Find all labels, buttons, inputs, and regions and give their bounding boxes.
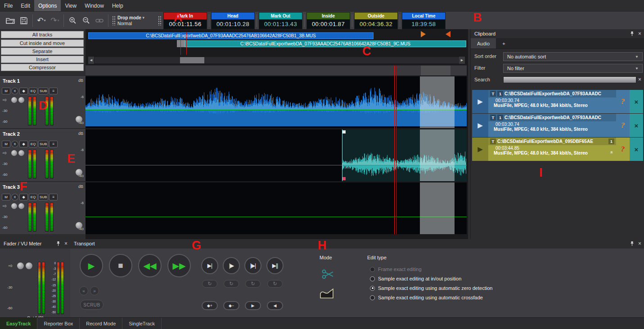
track-menu-button[interactable]: ≡	[49, 141, 58, 147]
sort-order-dropdown[interactable]: No automatic sort▼	[503, 52, 643, 61]
scrub-button[interactable]: SCRUB	[80, 300, 104, 310]
master-knob[interactable]	[17, 262, 24, 269]
track-menu-button[interactable]: ≡	[49, 88, 58, 94]
clip-remove-button[interactable]: ×	[630, 114, 643, 137]
stop-button[interactable]: ■	[109, 254, 132, 277]
clip-help-button[interactable]: ?	[616, 114, 630, 137]
timeline-ruler[interactable]	[86, 65, 467, 76]
clip-help-button[interactable]: ?	[616, 138, 630, 161]
scroll-left-button[interactable]: ◀	[88, 57, 94, 64]
view-window-indicator[interactable]	[177, 40, 185, 47]
clipboard-item-1[interactable]: ▶ T 1 C:\BCSData\FullExport\webDA_07F93A…	[472, 90, 643, 113]
track1-lane[interactable]	[86, 76, 467, 128]
play-to-cursor-button[interactable]: ▶|	[201, 257, 218, 274]
solo-button[interactable]: X	[11, 88, 18, 94]
play-clip-button[interactable]: ▶	[472, 90, 488, 113]
skip-forward-button[interactable]: »	[90, 286, 99, 295]
pan-knob[interactable]	[18, 97, 24, 103]
loop-button[interactable]: ↻	[202, 280, 217, 288]
clip-remove-button[interactable]: ×	[630, 90, 643, 113]
close-icon[interactable]: ×	[64, 241, 68, 246]
output-knob[interactable]	[76, 169, 82, 176]
play-selection-button[interactable]: ▶||	[266, 257, 284, 274]
menu-view[interactable]: View	[61, 0, 81, 11]
gain-knob[interactable]	[11, 97, 17, 103]
fade-mode-button[interactable]	[320, 287, 334, 299]
clip-handle-bottom[interactable]	[342, 177, 346, 180]
solo-button[interactable]: X	[11, 141, 18, 147]
pan-button[interactable]: ◆	[19, 141, 28, 147]
selection-region[interactable]	[420, 129, 455, 181]
tab-record-mode[interactable]: Record Mode	[80, 318, 122, 329]
play-around-cursor-button[interactable]: |▶|	[244, 257, 261, 274]
clip-help-button[interactable]: ?	[616, 90, 630, 113]
playhead-cursor[interactable]	[394, 66, 396, 234]
tab-audio[interactable]: Audio	[471, 38, 496, 49]
mark-in-marker-icon[interactable]	[421, 31, 426, 37]
tab-singletrack[interactable]: SingleTrack	[122, 318, 162, 329]
redo-button[interactable]: ↷▾	[48, 14, 62, 27]
sub-button[interactable]: SUB	[38, 88, 48, 94]
track-menu-button[interactable]: ≡	[49, 194, 58, 200]
output-knob[interactable]	[76, 116, 82, 123]
loop-button[interactable]: ↻	[245, 280, 261, 288]
prev-marker-button[interactable]: ◀	[267, 301, 283, 310]
insert-button[interactable]: Insert	[1, 56, 84, 63]
play-clip-button[interactable]: ▶	[472, 114, 488, 137]
loop-button[interactable]: ↻	[224, 280, 239, 288]
clip-item-body[interactable]: T C:\BCSData\FullExport\webDA_095DBF65AE…	[488, 138, 616, 161]
radio-sample-exact-inout[interactable]: Sample exact editing at in/out position	[370, 276, 461, 281]
all-tracks-button[interactable]: All tracks	[1, 31, 84, 38]
pin-icon[interactable]	[630, 31, 635, 36]
play-from-cursor-button[interactable]: |▶	[223, 257, 240, 274]
pin-icon[interactable]	[56, 241, 61, 246]
mute-button[interactable]: M	[2, 141, 10, 147]
solo-button[interactable]: X	[11, 194, 18, 200]
selection-region[interactable]	[420, 76, 455, 128]
search-input[interactable]	[503, 76, 636, 83]
separate-button[interactable]: Separate	[1, 48, 84, 55]
menu-file[interactable]: File	[0, 0, 17, 11]
play-button[interactable]: ▶	[80, 254, 103, 277]
clipboard-item-3[interactable]: ▶ T C:\BCSData\FullExport\webDA_095DBF65…	[472, 138, 643, 161]
output-knob[interactable]	[76, 222, 82, 229]
cut-inside-and-move-button[interactable]: Cut inside and move	[1, 40, 84, 47]
collapse-chevron-icon[interactable]: »	[608, 151, 614, 154]
pan-knob[interactable]	[18, 150, 24, 156]
close-icon[interactable]: ×	[638, 31, 641, 36]
pan-button[interactable]: ◆	[19, 88, 28, 94]
gain-knob[interactable]	[11, 203, 17, 209]
menu-window[interactable]: Window	[81, 0, 108, 11]
zoom-in-button[interactable]	[66, 14, 79, 27]
next-marker-button[interactable]: ▶	[245, 301, 261, 310]
selection-region[interactable]	[420, 182, 455, 234]
mute-button[interactable]: M	[2, 88, 10, 94]
mute-button[interactable]: M	[2, 194, 10, 200]
filter-dropdown[interactable]: No filter▼	[503, 64, 643, 73]
balance-knob[interactable]	[26, 262, 32, 269]
tab-easytrack[interactable]: EasyTrack	[0, 318, 37, 329]
mark-out-marker-icon[interactable]	[446, 31, 450, 37]
clip-handle-top[interactable]	[342, 130, 346, 133]
pan-button[interactable]: ◆	[19, 194, 28, 200]
save-button[interactable]	[17, 14, 31, 27]
eq-button[interactable]: EQ	[29, 88, 37, 94]
menu-edit[interactable]: Edit	[17, 0, 34, 11]
menu-options[interactable]: Options	[34, 0, 61, 11]
toolbar-grip[interactable]	[158, 16, 162, 26]
clip-item-body[interactable]: T 1 C:\BCSData\FullExport\webDA_07F93AAA…	[488, 114, 616, 137]
overview-clip-file2[interactable]: C:\BCSData\FullExport\webDA_07F93AAADC25…	[185, 40, 466, 47]
add-marker-button[interactable]: ◆+	[202, 301, 218, 310]
radio-sample-exact-crossfade[interactable]: Sample exact editing using automatic cro…	[370, 295, 483, 300]
menu-help[interactable]: Help	[108, 0, 127, 11]
remove-marker-button[interactable]: ◆−	[223, 301, 239, 310]
clear-search-icon[interactable]: ×	[638, 76, 641, 83]
cut-mode-button[interactable]	[321, 268, 334, 280]
track2-lane[interactable]	[86, 129, 467, 181]
sub-button[interactable]: SUB	[38, 141, 48, 147]
zoom-out-button[interactable]	[79, 14, 93, 27]
tab-reporter-box[interactable]: Reporter Box	[37, 318, 80, 329]
eq-button[interactable]: EQ	[29, 141, 37, 147]
scrollbar-thumb[interactable]	[180, 57, 204, 63]
add-tab-button[interactable]: +	[496, 38, 511, 49]
